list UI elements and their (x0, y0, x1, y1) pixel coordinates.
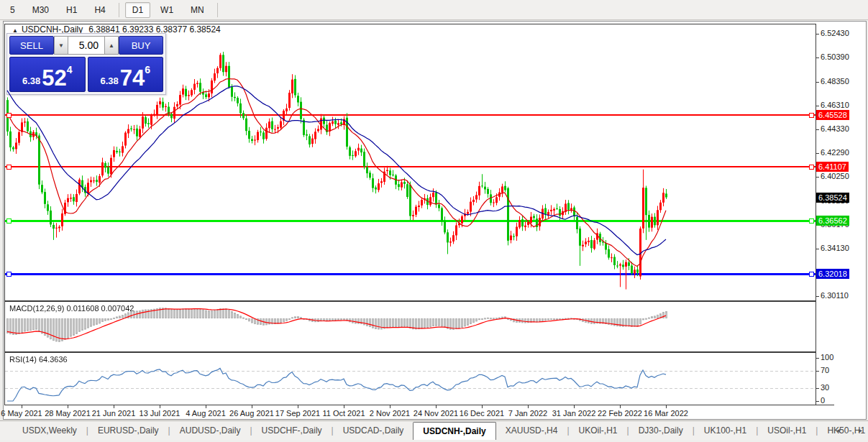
axis-tick-mark (816, 371, 819, 372)
rsi-axis-tick-label: 100 (821, 353, 833, 362)
level-price-badge: 6.36562 (816, 216, 849, 226)
date-tick-mark (574, 405, 575, 408)
date-axis-label: 24 Nov 2021 (414, 409, 458, 418)
timeframe-button-h4[interactable]: H4 (87, 2, 112, 18)
level-price-badge: 6.32018 (816, 269, 849, 279)
date-axis-label: 4 Aug 2021 (186, 409, 226, 418)
date-tick-mark (528, 405, 529, 408)
date-tick-mark (298, 405, 298, 408)
axis-tick-mark (816, 358, 819, 359)
axis-tick-mark (816, 249, 819, 249)
axis-tick-mark (816, 177, 819, 178)
date-axis-label: 7 Jan 2022 (508, 409, 547, 418)
date-tick-mark (22, 405, 22, 408)
chart-tab-dj30-daily[interactable]: DJ30-,Daily (629, 421, 693, 440)
date-axis-label: 22 Feb 2022 (598, 409, 642, 418)
toolbar-separator (217, 3, 218, 17)
axis-tick-mark (816, 106, 819, 106)
timeframe-button-m30[interactable]: M30 (25, 2, 56, 18)
tab-scroll-arrows: ◂ ▸ (836, 420, 862, 440)
date-tick-mark (114, 405, 114, 408)
date-tick-mark (390, 405, 390, 408)
date-tick-mark (620, 405, 621, 408)
date-axis-label: 6 May 2021 (1, 409, 42, 418)
chart-tab-xauusd-h4[interactable]: XAUUSD-,H4 (496, 421, 567, 440)
axis-tick-mark (816, 153, 819, 154)
chart-tab-bar: USDX,Weekly|EURUSD-,Daily|AUDUSD-,Daily|… (0, 420, 868, 440)
price-axis-tick-label: 6.44330 (821, 124, 849, 133)
date-tick-mark (160, 405, 160, 408)
date-tick-mark (344, 405, 344, 408)
price-axis-tick-label: 6.42290 (821, 148, 849, 157)
price-axis-tick-label: 6.34130 (821, 244, 849, 252)
axis-tick-mark (816, 129, 819, 130)
tab-scroll-left-icon[interactable]: ◂ (836, 426, 840, 434)
chart-tab-audusd-daily[interactable]: AUDUSD-,Daily (170, 421, 250, 440)
date-axis-label: 2 Nov 2021 (370, 409, 410, 418)
rsi-axis-tick-label: 0 (821, 396, 825, 405)
date-tick-mark (68, 405, 68, 408)
rsi-label: RSI(14) 64.3636 (9, 355, 68, 364)
tab-scroll-right-icon[interactable]: ▸ (859, 426, 862, 434)
price-axis-tick-label: 6.48350 (821, 77, 849, 86)
timeframe-toolbar: 5M30H1H4D1W1MN (0, 0, 868, 20)
date-tick-mark (206, 405, 206, 408)
timeframe-button-5[interactable]: 5 (3, 2, 22, 18)
level-price-badge: 6.41107 (816, 162, 849, 172)
price-axis-tick-label: 6.52430 (821, 29, 849, 37)
price-axis-tick-label: 6.40250 (821, 172, 849, 180)
date-tick-mark (666, 405, 667, 408)
date-axis-label: 16 Dec 2021 (460, 409, 504, 418)
date-axis-label: 13 Jul 2021 (140, 409, 181, 418)
date-axis-label: 11 Oct 2021 (322, 409, 365, 418)
date-axis-label: 21 Jun 2021 (92, 409, 136, 418)
rsi-axis-tick-label: 30 (821, 383, 829, 392)
price-axis-tick-label: 6.50390 (821, 52, 849, 61)
timeframe-button-w1[interactable]: W1 (153, 2, 181, 18)
chart-window: ▲USDCNH-,Daily6.38841 6.39233 6.38377 6.… (3, 21, 867, 420)
timeframe-button-mn[interactable]: MN (183, 2, 211, 18)
chart-tab-usdcad-daily[interactable]: USDCAD-,Daily (334, 421, 414, 440)
axis-tick-mark (816, 34, 819, 34)
axis-tick-mark (816, 82, 819, 83)
date-axis-label: 31 Jan 2022 (552, 409, 596, 418)
price-axis-tick-label: 6.46310 (821, 101, 849, 109)
axis-tick-mark (816, 401, 819, 402)
price-axis-line (816, 24, 816, 405)
axis-tick-mark (816, 57, 819, 58)
chart-tab-usdchf-daily[interactable]: USDCHF-,Daily (252, 421, 332, 440)
chart-tab-uk100-h1[interactable]: UK100-,H1 (695, 421, 756, 440)
timeframe-button-h1[interactable]: H1 (59, 2, 84, 18)
chart-tab-usdx-weekly[interactable]: USDX,Weekly (13, 421, 86, 440)
date-axis-label: 17 Sep 2021 (275, 409, 320, 418)
chart-tab-ukoil-h1[interactable]: UKOil-,H1 (570, 421, 627, 440)
date-tick-mark (252, 405, 252, 408)
macd-label: MACD(12,26,9) 0.011608 0.007042 (9, 304, 134, 313)
current-price-badge: 6.38524 (816, 193, 849, 203)
date-tick-mark (482, 405, 483, 408)
axis-tick-mark (816, 296, 819, 297)
axis-tick-mark (816, 388, 819, 389)
price-axis-tick-label: 6.30110 (821, 291, 849, 300)
date-axis-label: 16 Mar 2022 (644, 409, 688, 418)
chart-tab-usdcnh-daily[interactable]: USDCNH-,Daily (413, 422, 495, 440)
date-tick-mark (436, 405, 437, 408)
level-price-badge: 6.45528 (816, 110, 849, 120)
rsi-bottom-border (4, 405, 834, 405)
toolbar-separator (119, 3, 119, 17)
rsi-axis-tick-label: 70 (821, 366, 829, 374)
price-chart-canvas[interactable] (5, 24, 816, 300)
date-axis-label: 26 Aug 2021 (229, 409, 274, 418)
rsi-panel-canvas[interactable] (5, 353, 816, 405)
chart-tab-eurusd-daily[interactable]: EURUSD-,Daily (88, 421, 168, 440)
timeframe-button-d1[interactable]: D1 (125, 2, 150, 18)
chart-tab-usoil-h1[interactable]: USOil-,H1 (758, 421, 816, 440)
date-axis-label: 28 May 2021 (45, 409, 91, 418)
